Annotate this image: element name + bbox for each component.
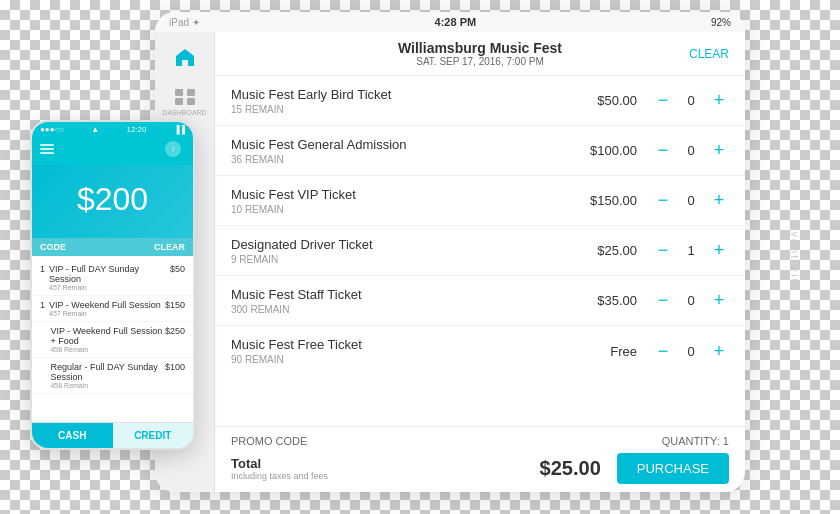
phone-carrier: ●●●○○: [40, 125, 64, 134]
phone-ticket-price: $50: [170, 264, 185, 274]
ticket-name: Music Fest Early Bird Ticket: [231, 87, 557, 102]
phone-ticket-remain: 458 Remain: [50, 382, 165, 389]
phone-battery: ▐▐: [174, 125, 185, 134]
phone-ticket-list: 1 VIP - Full DAY Sunday Session 457 Rema…: [32, 256, 193, 398]
ticket-name: Music Fest VIP Ticket: [231, 187, 557, 202]
event-title-block: Williamsburg Music Fest SAT. SEP 17, 201…: [271, 40, 689, 67]
ticket-remain: 9 REMAIN: [231, 254, 557, 265]
ticket-price: $50.00: [557, 93, 637, 108]
qty-value: 0: [683, 93, 699, 108]
qty-decrease-button[interactable]: −: [653, 291, 673, 311]
ticket-row: Music Fest Staff Ticket 300 REMAIN $35.0…: [215, 276, 745, 326]
phone-ticket-price: $100: [165, 362, 185, 372]
phone-wifi-icon: ▲: [91, 125, 99, 134]
ipad-body: DASHBOARD Williamsburg Music Fest SAT. S…: [155, 32, 745, 492]
qty-increase-button[interactable]: +: [709, 291, 729, 311]
qty-increase-button[interactable]: +: [709, 141, 729, 161]
eventbrite-watermark: Eventbrite: [789, 222, 801, 292]
phone-footer: CASH CREDIT: [32, 422, 193, 448]
sidebar-home-button[interactable]: [170, 42, 200, 72]
qty-decrease-button[interactable]: −: [653, 241, 673, 261]
promo-row: PROMO CODE QUANTITY: 1: [231, 435, 729, 447]
ticket-row: Music Fest VIP Ticket 10 REMAIN $150.00 …: [215, 176, 745, 226]
qty-value: 0: [683, 193, 699, 208]
phone-ticket-item: Regular - Full DAY Sunday Session 458 Re…: [32, 358, 193, 394]
phone-ticket-left: Regular - Full DAY Sunday Session 458 Re…: [40, 362, 165, 389]
event-date: SAT. SEP 17, 2016, 7:00 PM: [271, 56, 689, 67]
phone-ticket-name: Regular - Full DAY Sunday Session: [50, 362, 165, 382]
phone-ticket-qty: 1: [40, 300, 45, 310]
ticket-info: Music Fest VIP Ticket 10 REMAIN: [231, 187, 557, 215]
ticket-row: Music Fest Early Bird Ticket 15 REMAIN $…: [215, 76, 745, 126]
total-amount: $25.00: [540, 457, 601, 480]
qty-decrease-button[interactable]: −: [653, 141, 673, 161]
qty-value: 1: [683, 243, 699, 258]
svg-rect-2: [175, 98, 183, 105]
ticket-remain: 300 REMAIN: [231, 304, 557, 315]
svg-rect-0: [175, 89, 183, 96]
ticket-list: Music Fest Early Bird Ticket 15 REMAIN $…: [215, 76, 745, 426]
ticket-info: Music Fest Early Bird Ticket 15 REMAIN: [231, 87, 557, 115]
qty-decrease-button[interactable]: −: [653, 91, 673, 111]
ticket-name: Designated Driver Ticket: [231, 237, 557, 252]
phone-ticket-details: VIP - Weekend Full Session 457 Remain: [49, 300, 161, 317]
ticket-name: Music Fest Staff Ticket: [231, 287, 557, 302]
ticket-remain: 10 REMAIN: [231, 204, 557, 215]
phone-ticket-price: $150: [165, 300, 185, 310]
total-sublabel: Including taxes and fees: [231, 471, 524, 481]
hamburger-menu[interactable]: [40, 144, 54, 154]
qty-value: 0: [683, 143, 699, 158]
ticket-price: $150.00: [557, 193, 637, 208]
qty-decrease-button[interactable]: −: [653, 341, 673, 361]
event-name: Williamsburg Music Fest: [271, 40, 689, 56]
cash-button[interactable]: CASH: [32, 423, 113, 448]
ticket-remain: 36 REMAIN: [231, 154, 557, 165]
balance-amount: $200: [40, 181, 185, 218]
total-row: Total Including taxes and fees $25.00 PU…: [231, 453, 729, 484]
phone-ticket-remain: 457 Remain: [49, 284, 170, 291]
ipad-battery: 92%: [711, 17, 731, 28]
phone-ticket-details: VIP - Full DAY Sunday Session 457 Remain: [49, 264, 170, 291]
phone-ticket-left: VIP - Weekend Full Session + Food 458 Re…: [40, 326, 165, 353]
credit-button[interactable]: CREDIT: [113, 423, 194, 448]
ticket-info: Music Fest Staff Ticket 300 REMAIN: [231, 287, 557, 315]
ticket-info: Music Fest General Admission 36 REMAIN: [231, 137, 557, 165]
ticket-qty-control: − 0 +: [653, 291, 729, 311]
ticket-qty-control: − 0 +: [653, 141, 729, 161]
ticket-info: Designated Driver Ticket 9 REMAIN: [231, 237, 557, 265]
event-header: Williamsburg Music Fest SAT. SEP 17, 201…: [215, 32, 745, 76]
phone-ticket-left: 1 VIP - Full DAY Sunday Session 457 Rema…: [40, 264, 170, 291]
qty-increase-button[interactable]: +: [709, 341, 729, 361]
phone-ticket-details: Regular - Full DAY Sunday Session 458 Re…: [50, 362, 165, 389]
ticket-name: Music Fest Free Ticket: [231, 337, 557, 352]
qty-increase-button[interactable]: +: [709, 91, 729, 111]
qty-decrease-button[interactable]: −: [653, 191, 673, 211]
ticket-price: Free: [557, 344, 637, 359]
purchase-button[interactable]: PURCHASE: [617, 453, 729, 484]
ticket-remain: 90 REMAIN: [231, 354, 557, 365]
ipad-brand: iPad ✦: [169, 17, 200, 28]
phone-ticket-remain: 457 Remain: [49, 310, 161, 317]
phone-ticket-item: VIP - Weekend Full Session + Food 458 Re…: [32, 322, 193, 358]
phone-ticket-name: VIP - Weekend Full Session + Food: [50, 326, 165, 346]
phone-ticket-left: 1 VIP - Weekend Full Session 457 Remain: [40, 300, 165, 317]
phone-header-right: !: [165, 141, 185, 157]
main-content: Williamsburg Music Fest SAT. SEP 17, 201…: [215, 32, 745, 492]
svg-rect-1: [187, 89, 195, 96]
phone-ticket-name: VIP - Full DAY Sunday Session: [49, 264, 170, 284]
notification-badge: !: [165, 141, 181, 157]
ticket-footer: PROMO CODE QUANTITY: 1 Total Including t…: [215, 426, 745, 492]
phone-clear-label[interactable]: CLEAR: [154, 242, 185, 252]
phone-ticket-remain: 458 Remain: [50, 346, 165, 353]
qty-increase-button[interactable]: +: [709, 191, 729, 211]
hamburger-line-2: [40, 148, 54, 150]
sidebar-dashboard-item[interactable]: DASHBOARD: [162, 88, 206, 116]
clear-button[interactable]: CLEAR: [689, 47, 729, 61]
promo-label[interactable]: PROMO CODE: [231, 435, 307, 447]
svg-rect-3: [187, 98, 195, 105]
ipad-device: iPad ✦ 4:28 PM 92% DASHBOARD: [155, 12, 745, 492]
phone-app-header: !: [32, 137, 193, 165]
phone-balance-section: $200: [32, 165, 193, 238]
qty-increase-button[interactable]: +: [709, 241, 729, 261]
code-label[interactable]: CODE: [40, 242, 66, 252]
